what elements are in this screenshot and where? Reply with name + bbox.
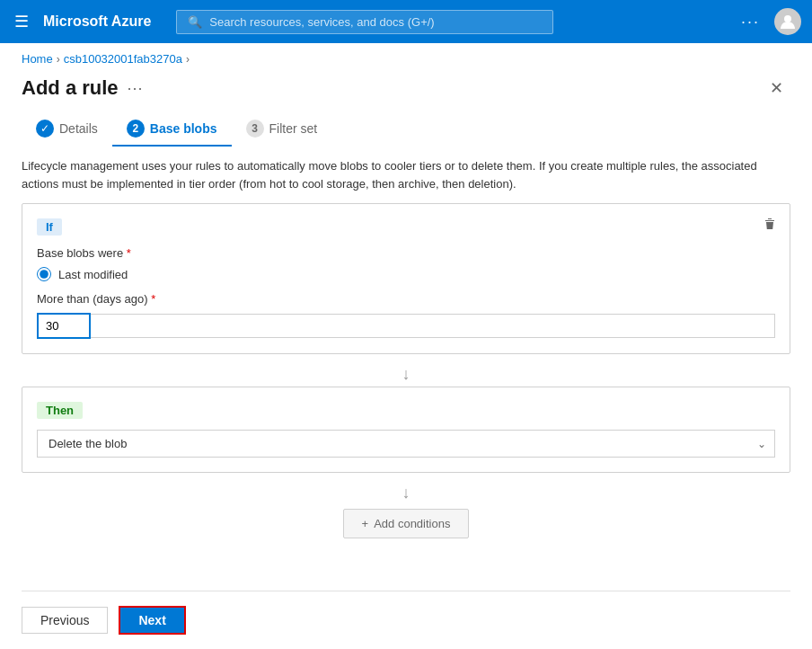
previous-button[interactable]: Previous <box>22 607 108 634</box>
input-row: More than (days ago) * <box>37 292 775 339</box>
breadcrumb-sep-1: › <box>57 53 60 66</box>
svg-point-0 <box>784 15 791 22</box>
tab-details-label: Details <box>59 121 98 136</box>
required-asterisk: * <box>127 246 131 260</box>
down-arrow-icon: ↓ <box>402 365 410 384</box>
input-group <box>37 313 775 339</box>
search-input[interactable] <box>209 15 542 29</box>
close-button[interactable]: ✕ <box>763 75 790 102</box>
tab-num-2: 2 <box>127 120 145 138</box>
tab-check-icon: ✓ <box>36 120 54 138</box>
topbar: ☰ Microsoft Azure 🔍 ··· <box>0 0 812 43</box>
main-area: Home › csb10032001fab3270a › Add a rule … <box>0 43 812 649</box>
page-title-row: Add a rule ··· ✕ <box>0 71 812 112</box>
tab-base-blobs-label: Base blobs <box>150 121 217 136</box>
page-title: Add a rule <box>22 76 119 100</box>
action-dropdown-wrapper: Delete the blob Move to cool storage Mov… <box>37 430 775 458</box>
hamburger-icon[interactable]: ☰ <box>11 8 32 35</box>
down-arrow-icon-2: ↓ <box>402 484 410 502</box>
more-options-icon[interactable]: ··· <box>741 13 760 31</box>
add-conditions-button[interactable]: + Add conditions <box>343 509 470 538</box>
description-text: Lifecycle management uses your rules to … <box>0 154 812 203</box>
tab-base-blobs[interactable]: 2 Base blobs <box>112 112 232 147</box>
tab-details[interactable]: ✓ Details <box>22 112 112 147</box>
radio-last-modified[interactable]: Last modified <box>37 267 775 281</box>
days-ago-rest-input[interactable] <box>91 314 775 338</box>
tab-num-3: 3 <box>246 120 264 138</box>
breadcrumb-sep-2: › <box>186 53 190 66</box>
search-icon: 🔍 <box>188 15 202 29</box>
tab-filter-set-label: Filter set <box>269 121 318 136</box>
then-block: Then Delete the blob Move to cool storag… <box>22 387 790 473</box>
more-than-label: More than (days ago) * <box>37 292 775 306</box>
tabs-row: ✓ Details 2 Base blobs 3 Filter set <box>0 112 812 147</box>
breadcrumb-resource[interactable]: csb10032001fab3270a <box>64 52 182 66</box>
if-block: If Base blobs were * Last modified More … <box>22 203 790 354</box>
action-dropdown[interactable]: Delete the blob Move to cool storage Mov… <box>37 430 775 458</box>
plus-icon: + <box>362 517 369 530</box>
bottom-buttons: Previous Next <box>0 591 812 649</box>
radio-group: Last modified <box>37 267 775 281</box>
radio-last-modified-label: Last modified <box>58 268 128 281</box>
days-ago-input[interactable] <box>37 313 91 339</box>
add-conditions-label: Add conditions <box>374 517 450 530</box>
next-button[interactable]: Next <box>119 606 185 635</box>
arrow-connector-2: ↓ <box>22 480 790 505</box>
if-label: If <box>37 218 62 236</box>
then-label: Then <box>37 402 83 419</box>
page-more-icon[interactable]: ··· <box>128 79 144 98</box>
app-title: Microsoft Azure <box>43 13 151 30</box>
base-blobs-were-label: Base blobs were * <box>37 246 775 260</box>
tab-filter-set[interactable]: 3 Filter set <box>232 112 332 147</box>
form-area: If Base blobs were * Last modified More … <box>0 203 812 591</box>
breadcrumb: Home › csb10032001fab3270a › <box>0 43 812 71</box>
avatar[interactable] <box>774 8 801 35</box>
delete-if-block-button[interactable] <box>763 217 777 235</box>
breadcrumb-home[interactable]: Home <box>22 52 53 66</box>
topbar-right: ··· <box>741 8 801 35</box>
add-conditions-area: + Add conditions <box>22 509 790 538</box>
arrow-connector-1: ↓ <box>22 361 790 387</box>
search-box[interactable]: 🔍 <box>176 10 553 34</box>
radio-last-modified-input[interactable] <box>37 267 51 281</box>
